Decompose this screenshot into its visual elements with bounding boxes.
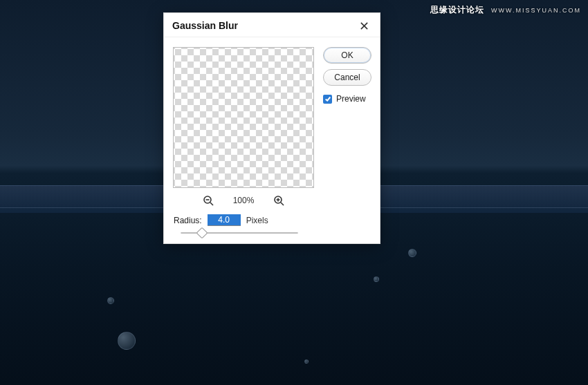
ok-button[interactable]: OK	[323, 47, 371, 64]
close-button[interactable]	[356, 18, 371, 33]
radius-row: Radius: Pixels	[172, 214, 315, 226]
watermark: 思缘设计论坛 WWW.MISSYUAN.COM	[430, 4, 581, 16]
bubble	[408, 249, 416, 257]
radius-unit: Pixels	[246, 216, 268, 225]
radius-label: Radius:	[174, 216, 202, 225]
bubble	[118, 332, 136, 350]
zoom-controls: 100%	[203, 195, 285, 206]
watermark-sub: WWW.MISSYUAN.COM	[491, 7, 581, 14]
radius-slider[interactable]	[181, 229, 298, 241]
button-column: OK Cancel Preview	[323, 47, 371, 241]
zoom-percent: 100%	[233, 196, 255, 205]
preview-checkbox-label: Preview	[336, 94, 366, 104]
zoom-in-icon	[273, 195, 284, 206]
check-icon	[324, 95, 331, 102]
preview-canvas[interactable]	[173, 47, 314, 188]
svg-line-3	[210, 203, 213, 205]
zoom-out-button[interactable]	[203, 195, 214, 206]
svg-line-6	[281, 203, 284, 205]
radius-input[interactable]	[208, 214, 241, 226]
preview-column: 100% Radius: Pixels	[172, 47, 315, 241]
preview-checkbox[interactable]	[323, 95, 332, 104]
preview-checkbox-row[interactable]: Preview	[323, 94, 371, 104]
bubble	[107, 297, 114, 304]
close-icon	[360, 21, 369, 30]
slider-thumb[interactable]	[196, 227, 208, 239]
dialog-title: Gaussian Blur	[172, 20, 238, 31]
zoom-in-button[interactable]	[273, 195, 284, 206]
bubble	[304, 359, 309, 364]
bubble	[374, 276, 379, 282]
cancel-button[interactable]: Cancel	[323, 69, 371, 86]
zoom-out-icon	[203, 195, 214, 206]
radius-slider-wrap	[172, 229, 315, 241]
dialog-body: 100% Radius: Pixels OK Cancel	[164, 37, 380, 250]
gaussian-blur-dialog: Gaussian Blur 100% Radius: Pixels	[163, 12, 380, 244]
titlebar: Gaussian Blur	[164, 13, 380, 37]
watermark-main: 思缘设计论坛	[430, 5, 484, 15]
